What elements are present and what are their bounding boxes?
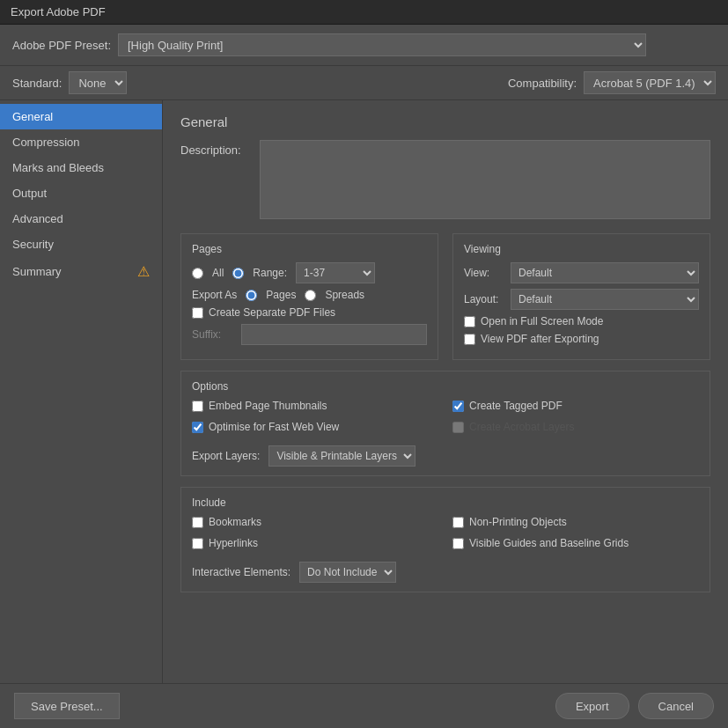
optimise-row: Optimise for Fast Web View [192,421,438,433]
layout-row: Layout: Default [464,289,699,310]
range-radio[interactable] [232,268,244,279]
all-label: All [212,267,224,279]
desc-wrapper [260,140,710,219]
standard-bar: Standard: None Compatibility: Acrobat 5 … [0,66,728,100]
view-label: View: [464,267,504,279]
sidebar-label-marks-bleeds: Marks and Bleeds [12,161,104,174]
sidebar-label-general: General [12,110,53,123]
export-layers-select[interactable]: Visible & Printable Layers [268,445,415,467]
dialog-title: Export Adobe PDF [11,5,106,18]
sidebar-item-summary[interactable]: Summary ⚠ [0,257,162,286]
fullscreen-row: Open in Full Screen Mode [464,315,699,327]
viewing-title: Viewing [464,243,699,255]
all-radio[interactable] [192,268,203,279]
title-bar: Export Adobe PDF [0,0,728,25]
bookmarks-checkbox[interactable] [192,517,203,528]
sidebar-item-advanced[interactable]: Advanced [0,206,162,232]
viewafter-checkbox[interactable] [464,334,475,345]
view-select[interactable]: Default [511,262,699,283]
export-button[interactable]: Export [555,693,629,719]
fullscreen-label: Open in Full Screen Mode [481,315,603,327]
description-area: Description: [180,140,710,219]
hyperlinks-row: Hyperlinks [192,537,438,549]
sidebar-label-output: Output [12,187,47,200]
hyperlinks-label: Hyperlinks [209,537,258,549]
options-title: Options [192,380,699,393]
include-grid: Bookmarks Non-Printing Objects Hyperlink… [192,516,699,555]
description-textarea[interactable] [260,140,710,219]
pages-opt-label: Pages [266,289,296,301]
interactive-elements-row: Interactive Elements: Do Not Include [192,562,699,583]
suffix-row: Suffix: [192,324,427,345]
preset-select[interactable]: [High Quality Print] [118,33,646,56]
bookmarks-label: Bookmarks [209,516,261,528]
export-as-row: Export As Pages Spreads [192,289,427,301]
hyperlinks-checkbox[interactable] [192,538,203,549]
create-tagged-label: Create Tagged PDF [469,400,563,412]
dialog: Adobe PDF Preset: [High Quality Print] S… [0,25,728,728]
sidebar-item-general[interactable]: General [0,104,162,129]
pages-panel: Pages All Range: 1-37 Export As Pages [180,233,438,360]
create-tagged-checkbox[interactable] [452,401,464,412]
interactive-select[interactable]: Do Not Include [299,562,396,583]
bottom-bar: Save Preset... Export Cancel [0,683,728,728]
visible-guides-checkbox[interactable] [452,538,464,549]
embed-thumb-label: Embed Page Thumbnails [209,400,327,412]
optimise-checkbox[interactable] [192,422,203,433]
include-title: Include [192,496,699,509]
include-section: Include Bookmarks Non-Printing Objects H… [180,487,710,592]
pages-radio[interactable] [246,290,257,301]
range-select[interactable]: 1-37 [296,262,375,283]
options-grid: Embed Page Thumbnails Create Tagged PDF … [192,400,699,438]
create-acrobat-label: Create Acrobat Layers [469,421,574,433]
compatibility-label: Compatibility: [508,77,577,90]
export-as-label: Export As [192,289,237,301]
standard-field: Standard: None [12,71,127,94]
options-section: Options Embed Page Thumbnails Create Tag… [180,371,710,476]
sidebar-label-security: Security [12,238,54,251]
create-separate-row: Create Separate PDF Files [192,306,427,319]
viewafter-row: View PDF after Exporting [464,333,699,345]
spreads-radio[interactable] [305,290,316,301]
pages-radio-row: All Range: 1-37 [192,262,427,283]
layout-select[interactable]: Default [511,289,699,310]
standard-select[interactable]: None [69,71,127,94]
create-acrobat-row: Create Acrobat Layers [452,421,699,433]
suffix-input[interactable] [241,324,427,345]
optimise-label: Optimise for Fast Web View [209,421,339,433]
sidebar-label-compression: Compression [12,136,80,149]
save-preset-button[interactable]: Save Preset... [14,693,120,719]
sidebar-item-compression[interactable]: Compression [0,129,162,155]
section-title: General [180,114,710,129]
cancel-button[interactable]: Cancel [638,693,714,719]
preset-bar: Adobe PDF Preset: [High Quality Print] [0,25,728,66]
interactive-label: Interactive Elements: [192,566,290,578]
range-label: Range: [253,267,287,279]
panels-row: Pages All Range: 1-37 Export As Pages [180,233,710,360]
suffix-label: Suffix: [192,328,234,341]
bookmarks-row: Bookmarks [192,516,438,528]
create-tagged-row: Create Tagged PDF [452,400,699,412]
sidebar-item-marks-bleeds[interactable]: Marks and Bleeds [0,155,162,180]
description-label: Description: [180,140,251,157]
sidebar-label-summary: Summary [12,265,62,278]
non-printing-checkbox[interactable] [452,517,464,528]
standard-label: Standard: [12,77,62,90]
embed-thumb-checkbox[interactable] [192,401,203,412]
fullscreen-checkbox[interactable] [464,316,475,327]
main-content: General Compression Marks and Bleeds Out… [0,100,728,683]
warning-icon: ⚠ [137,263,150,280]
visible-guides-label: Visible Guides and Baseline Grids [469,537,629,549]
sidebar-item-output[interactable]: Output [0,180,162,206]
pages-title: Pages [192,243,427,255]
sidebar-item-security[interactable]: Security [0,232,162,257]
sidebar-label-advanced: Advanced [12,212,63,225]
view-row: View: Default [464,262,699,283]
compatibility-select[interactable]: Acrobat 5 (PDF 1.4) [584,71,716,94]
create-separate-checkbox[interactable] [192,307,203,319]
viewafter-label: View PDF after Exporting [481,333,599,345]
create-acrobat-checkbox[interactable] [452,422,464,433]
export-layers-row: Export Layers: Visible & Printable Layer… [192,445,699,467]
embed-thumb-row: Embed Page Thumbnails [192,400,438,412]
action-buttons: Export Cancel [555,693,714,719]
